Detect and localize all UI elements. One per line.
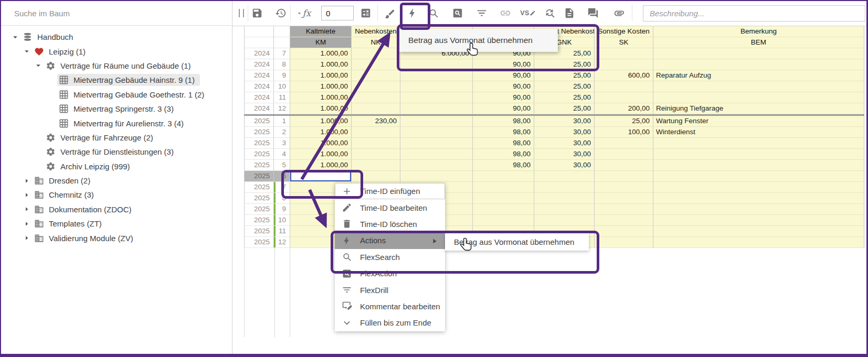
grid-cell[interactable] bbox=[534, 204, 595, 215]
calc-insert-button[interactable] bbox=[358, 6, 373, 20]
row-header-year[interactable]: 2025 bbox=[244, 127, 274, 138]
grid-cell[interactable] bbox=[400, 149, 473, 160]
grid-cell[interactable] bbox=[595, 138, 653, 149]
tree-item-archiv-leipzig-999[interactable]: Archiv Leipzig (999) bbox=[0, 159, 232, 174]
grid-cell[interactable] bbox=[653, 226, 864, 237]
tree-item-vertr-ge-f-r-dienstleistungen-3[interactable]: Verträge für Dienstleistungen (3) bbox=[0, 145, 232, 159]
column-header-NK[interactable]: NK bbox=[352, 37, 400, 48]
comment-button[interactable] bbox=[586, 6, 600, 20]
grid-cell[interactable]: 100,00 bbox=[595, 127, 653, 138]
grid-cell[interactable] bbox=[400, 103, 473, 114]
grid-cell[interactable]: 1.000,00 bbox=[290, 92, 352, 103]
drag-handle[interactable] bbox=[239, 9, 244, 17]
grid-cell[interactable]: 1.000,00 bbox=[290, 149, 352, 160]
tree-search-input[interactable] bbox=[1, 1, 231, 26]
save-button[interactable] bbox=[250, 6, 264, 20]
grid-cell[interactable] bbox=[352, 171, 400, 182]
row-header-month[interactable]: 12 bbox=[274, 237, 290, 248]
grid-cell[interactable]: 200,00 bbox=[595, 103, 653, 114]
row-header-year[interactable]: 2025 bbox=[244, 138, 274, 149]
grid-cell[interactable] bbox=[653, 92, 864, 103]
grid-cell[interactable]: 1.000,00 bbox=[290, 127, 352, 138]
grid-cell[interactable]: 30,00 bbox=[534, 127, 595, 138]
grid-cell[interactable]: 25,00 bbox=[534, 81, 595, 92]
menu-item-time-id-bearbeiten[interactable]: Time-ID bearbeiten bbox=[335, 199, 445, 215]
menu-item-time-id-l-schen[interactable]: Time-ID löschen bbox=[335, 216, 445, 232]
tree-item-leipzig-1[interactable]: Leipzig (1) bbox=[0, 44, 232, 58]
grid-cell[interactable]: 30,00 bbox=[534, 149, 595, 160]
tree-item-handbuch[interactable]: Handbuch bbox=[0, 30, 232, 44]
grid-cell[interactable] bbox=[400, 138, 473, 149]
row-header-year[interactable]: 2024 bbox=[244, 92, 274, 103]
grid-cell[interactable] bbox=[352, 81, 400, 92]
column-header-BEM[interactable]: Bemerkung bbox=[653, 26, 864, 37]
row-header-month[interactable]: 2 bbox=[274, 127, 290, 138]
grid-cell[interactable] bbox=[352, 127, 400, 138]
grid-cell[interactable] bbox=[400, 116, 473, 127]
column-header-KM[interactable]: KM bbox=[290, 37, 352, 48]
actions-bolt-button[interactable] bbox=[405, 6, 420, 20]
grid-cell[interactable] bbox=[653, 193, 864, 204]
grid-cell[interactable] bbox=[595, 204, 653, 215]
grid-cell[interactable] bbox=[352, 48, 400, 59]
grid-cell[interactable] bbox=[595, 237, 653, 248]
grid-cell[interactable] bbox=[653, 160, 864, 171]
tree-item-vertr-ge-f-r-fahrzeuge-2[interactable]: Verträge für Fahrzeuge (2) bbox=[0, 131, 232, 145]
grid-cell[interactable]: 1.000,00 bbox=[290, 116, 352, 127]
row-header-year[interactable]: 2025 bbox=[244, 226, 274, 237]
grid-cell[interactable] bbox=[473, 171, 534, 182]
row-header-month[interactable]: 11 bbox=[274, 226, 290, 237]
grid-cell[interactable] bbox=[595, 215, 653, 226]
grid-cell[interactable]: 1.000,00 bbox=[290, 59, 352, 70]
grid-cell[interactable]: 30,00 bbox=[534, 160, 595, 171]
tree-item-mietvertrag-geb-ude-goethestr-1-2[interactable]: Mietvertrag Gebäude Goethestr. 1 (2) bbox=[0, 88, 232, 102]
grid-cell[interactable]: Reinigung Tiefgarage bbox=[653, 103, 864, 114]
grid-cell[interactable]: Reparatur Aufzug bbox=[653, 70, 864, 81]
grid-cell[interactable]: 230,00 bbox=[352, 116, 400, 127]
grid-cell[interactable] bbox=[400, 92, 473, 103]
menu-item-flexsearch[interactable]: FlexSearch bbox=[335, 249, 445, 265]
menu-item-flexaction[interactable]: FlexAction bbox=[335, 265, 445, 282]
grid-cell[interactable] bbox=[290, 171, 352, 182]
grid-cell[interactable] bbox=[653, 171, 864, 182]
tree-item-dresden-2[interactable]: Dresden (2) bbox=[0, 174, 232, 188]
grid-cell[interactable] bbox=[400, 160, 473, 171]
menu-item-kommentar-bearbeiten[interactable]: Kommentar bearbeiten bbox=[335, 298, 445, 315]
row-header-year[interactable]: 2025 bbox=[244, 116, 274, 127]
grid-cell[interactable] bbox=[400, 59, 473, 70]
grid-cell[interactable] bbox=[653, 81, 864, 92]
menu-item-time-id-einf-gen[interactable]: Time-ID einfügen bbox=[335, 183, 445, 199]
expander-right-icon[interactable] bbox=[21, 176, 33, 186]
grid-cell[interactable]: 98,00 bbox=[473, 138, 534, 149]
grid-cell[interactable]: 25,00 bbox=[534, 70, 595, 81]
grid-cell[interactable] bbox=[595, 149, 653, 160]
tree-item-vertr-ge-f-r-r-ume-und-geb-ude-1[interactable]: Verträge für Räume und Gebäude (1) bbox=[0, 59, 232, 73]
grid-cell[interactable] bbox=[352, 149, 400, 160]
grid-cell[interactable]: 1.000,00 bbox=[290, 103, 352, 114]
grid-cell[interactable]: 1.000,00 bbox=[290, 81, 352, 92]
tree-item-mietvertrag-geb-ude-hainstr-9-1[interactable]: Mietvertrag Gebäude Hainstr. 9 (1) bbox=[0, 73, 232, 87]
row-header-month[interactable]: 5 bbox=[274, 160, 290, 171]
grid-cell[interactable]: 25,00 bbox=[595, 116, 653, 127]
grid-cell[interactable]: 90,00 bbox=[473, 103, 534, 114]
row-header-month[interactable]: 12 bbox=[274, 103, 290, 114]
menu-item-f-llen-bis-zum-ende[interactable]: Füllen bis zum Ende bbox=[335, 315, 445, 331]
row-header-year[interactable]: 2025 bbox=[244, 149, 274, 160]
row-header-year[interactable]: 2025 bbox=[244, 182, 274, 193]
grid-cell[interactable] bbox=[473, 204, 534, 215]
expander-down-icon[interactable] bbox=[33, 61, 44, 70]
flex-search-button[interactable] bbox=[426, 6, 441, 20]
grid-cell[interactable] bbox=[653, 204, 864, 215]
formula-value-input[interactable] bbox=[321, 6, 354, 20]
format-brush-button[interactable] bbox=[383, 6, 397, 20]
description-input[interactable] bbox=[643, 5, 865, 21]
grid-cell[interactable]: 98,00 bbox=[473, 116, 534, 127]
grid-cell[interactable]: 98,00 bbox=[473, 127, 534, 138]
tree-item-dokumentation-zdoc[interactable]: Dokumentation (ZDOC) bbox=[0, 202, 232, 217]
tree-item-mietvertrag-f-r-aurelienstr-3-4[interactable]: Mietvertrag für Aurelienstr. 3 (4) bbox=[0, 116, 232, 130]
grid-cell[interactable]: 25,00 bbox=[534, 92, 595, 103]
menu-item-flexdrill[interactable]: FlexDrill bbox=[335, 282, 445, 298]
grid-cell[interactable] bbox=[400, 70, 473, 81]
grid-cell[interactable]: 600,00 bbox=[595, 70, 653, 81]
grid-cell[interactable]: 90,00 bbox=[473, 92, 534, 103]
